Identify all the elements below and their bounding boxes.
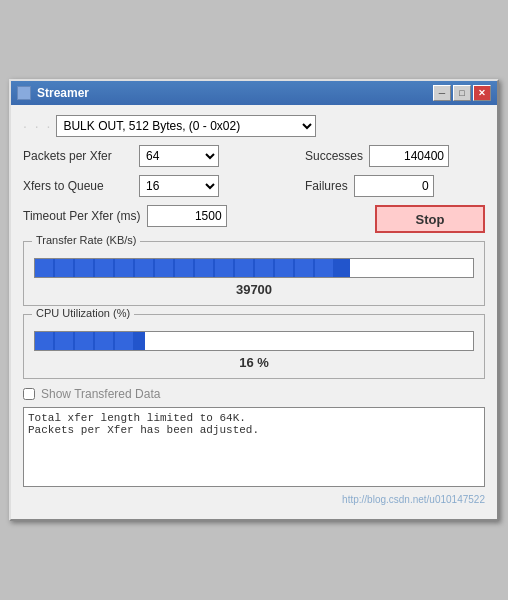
title-bar-controls: ─ □ ✕: [433, 85, 491, 101]
bar-seg-5: [115, 259, 133, 277]
right-col: Successes 140400 Failures 0 Stop: [305, 145, 485, 233]
app-icon: [17, 86, 31, 100]
bar-seg-12: [255, 259, 273, 277]
transfer-rate-bar-container: [34, 258, 474, 278]
show-transferred-row: Show Transfered Data: [23, 387, 485, 401]
transfer-rate-value: 39700: [34, 282, 474, 297]
window-title: Streamer: [37, 86, 89, 100]
bulk-out-row: · · · BULK OUT, 512 Bytes, (0 - 0x02): [23, 115, 485, 137]
maximize-button[interactable]: □: [453, 85, 471, 101]
cpu-seg-4: [95, 332, 113, 350]
bar-seg-1: [35, 259, 53, 277]
timeout-input[interactable]: [147, 205, 227, 227]
transfer-rate-label: Transfer Rate (KB/s): [32, 234, 140, 246]
timeout-row: Timeout Per Xfer (ms): [23, 205, 227, 227]
bar-seg-6: [135, 259, 153, 277]
transfer-rate-group: Transfer Rate (KB/s): [23, 241, 485, 306]
bar-seg-2: [55, 259, 73, 277]
bar-seg-9: [195, 259, 213, 277]
packets-row: Packets per Xfer 64: [23, 145, 227, 167]
content-area: · · · BULK OUT, 512 Bytes, (0 - 0x02) Pa…: [11, 105, 497, 519]
cpu-utilization-label: CPU Utilization (%): [32, 307, 134, 319]
failures-value: 0: [354, 175, 434, 197]
bar-seg-8: [175, 259, 193, 277]
bar-seg-14: [295, 259, 313, 277]
successes-label: Successes: [305, 149, 363, 163]
packets-label: Packets per Xfer: [23, 149, 133, 163]
stop-btn-container: Stop: [305, 205, 485, 233]
form-section: Packets per Xfer 64 Xfers to Queue 16 Ti…: [23, 145, 485, 233]
stop-button[interactable]: Stop: [375, 205, 485, 233]
bar-seg-7: [155, 259, 173, 277]
xfers-label: Xfers to Queue: [23, 179, 133, 193]
left-col: Packets per Xfer 64 Xfers to Queue 16 Ti…: [23, 145, 227, 233]
bar-seg-3: [75, 259, 93, 277]
bar-seg-15: [315, 259, 333, 277]
minimize-button[interactable]: ─: [433, 85, 451, 101]
cpu-bar-container: [34, 331, 474, 351]
show-transferred-checkbox[interactable]: [23, 388, 35, 400]
cpu-utilization-group: CPU Utilization (%) 16 %: [23, 314, 485, 379]
failures-row: Failures 0: [305, 175, 485, 197]
xfers-select[interactable]: 16: [139, 175, 219, 197]
title-bar-title: Streamer: [17, 86, 89, 100]
cpu-seg-5: [115, 332, 133, 350]
bar-seg-11: [235, 259, 253, 277]
cpu-seg-2: [55, 332, 73, 350]
cpu-seg-1: [35, 332, 53, 350]
failures-label: Failures: [305, 179, 348, 193]
xfers-row: Xfers to Queue 16: [23, 175, 227, 197]
watermark: http://blog.csdn.net/u010147522: [23, 494, 485, 509]
bar-seg-4: [95, 259, 113, 277]
title-bar: Streamer ─ □ ✕: [11, 81, 497, 105]
log-area[interactable]: [23, 407, 485, 487]
packets-select[interactable]: 64: [139, 145, 219, 167]
bar-seg-13: [275, 259, 293, 277]
successes-value: 140400: [369, 145, 449, 167]
show-transferred-label: Show Transfered Data: [41, 387, 160, 401]
bar-seg-10: [215, 259, 233, 277]
bulk-out-select[interactable]: BULK OUT, 512 Bytes, (0 - 0x02): [56, 115, 316, 137]
close-button[interactable]: ✕: [473, 85, 491, 101]
main-window: Streamer ─ □ ✕ · · · BULK OUT, 512 Bytes…: [9, 79, 499, 521]
title-dots: · · ·: [23, 118, 52, 134]
cpu-bar: [35, 332, 145, 350]
timeout-label: Timeout Per Xfer (ms): [23, 209, 141, 223]
cpu-value: 16 %: [34, 355, 474, 370]
cpu-seg-3: [75, 332, 93, 350]
successes-row: Successes 140400: [305, 145, 485, 167]
transfer-rate-bar: [35, 259, 350, 277]
